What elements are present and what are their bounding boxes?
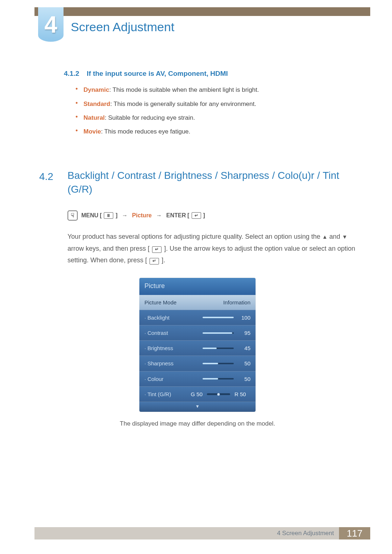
top-accent-bar (34, 7, 370, 16)
mode-desc: : This mode reduces eye fatigue. (101, 128, 190, 135)
page-footer: 4 Screen Adjustment 117 (34, 527, 370, 539)
slider (203, 348, 234, 349)
arrow-icon: → (122, 211, 128, 220)
osd-row-colour: · Colour 50 (139, 371, 256, 386)
chapter-number: 4 (44, 11, 57, 38)
osd-row-label: Brightness (147, 344, 173, 352)
mode-name: Standard (83, 100, 110, 107)
chapter-badge: 4 (38, 7, 64, 42)
list-item: Dynamic: This mode is suitable when the … (75, 85, 356, 95)
menu-label: MENU (81, 211, 98, 220)
osd-head-right: Information (223, 298, 250, 307)
subsection-heading: 4.1.2 If the input source is AV, Compone… (64, 68, 356, 79)
mode-name: Movie (83, 128, 101, 135)
osd-row-value: 50 (237, 359, 250, 368)
dot-icon: · (144, 375, 146, 383)
osd-row-brightness: · Brightness 45 (139, 340, 256, 356)
subsection-number: 4.1.2 (64, 70, 79, 77)
hand-icon: ☟ (68, 210, 78, 221)
slider (203, 363, 234, 364)
osd-row-value: 95 (237, 329, 250, 337)
osd-row-label: Backlight (147, 313, 170, 322)
osd-row-contrast: · Contrast 95 (139, 325, 256, 340)
down-triangle-icon: ▼ (342, 234, 347, 240)
footer-label: 4 Screen Adjustment (277, 530, 334, 537)
enter-icon (192, 212, 201, 219)
list-item: Movie: This mode reduces eye fatigue. (75, 127, 356, 136)
slider (203, 332, 234, 334)
bracket: ] (115, 211, 117, 220)
osd-row-label: Colour (147, 375, 163, 383)
list-item: Standard: This mode is generally suitabl… (75, 99, 356, 109)
text: ]. (162, 257, 165, 264)
enter-icon (150, 258, 159, 264)
slider (203, 317, 234, 318)
bracket: ] (203, 211, 205, 220)
osd-row-backlight: · Backlight 100 (139, 310, 256, 325)
mode-desc: : This mode is generally suitable for an… (110, 100, 256, 107)
osd-row-value: 45 (237, 344, 250, 352)
osd-row-label: Tint (G/R) (147, 390, 171, 398)
osd-picture-menu: Picture Picture Mode Information · Backl… (139, 278, 256, 412)
osd-row-label: Sharpness (147, 359, 173, 368)
text: and (329, 233, 342, 240)
major-heading: 4.2 Backlight / Contrast / Brightness / … (39, 169, 356, 196)
osd-row-value: 50 (237, 375, 250, 383)
menu-path: ☟ MENU [ ] → Picture → ENTER [ ] (68, 210, 356, 221)
text: Your product has several options for adj… (68, 233, 322, 240)
osd-row-sharpness: · Sharpness 50 (139, 356, 256, 371)
dot-icon: · (144, 344, 146, 352)
subsection-title: If the input source is AV, Component, HD… (87, 70, 228, 77)
menu-icon (104, 212, 113, 219)
osd-row-label: Contrast (147, 329, 168, 337)
major-title: Backlight / Contrast / Brightness / Shar… (68, 169, 356, 196)
mode-desc: : Suitable for reducing eye strain. (105, 114, 195, 121)
model-note: The displayed image may differ depending… (39, 419, 356, 428)
text: arrow keys, and then press [ (68, 245, 150, 252)
slider (203, 378, 234, 379)
osd-title: Picture (139, 278, 256, 295)
osd-row-tint: · Tint (G/R) G 50 R 50 (139, 386, 256, 402)
list-item: Natural: Suitable for reducing eye strai… (75, 113, 356, 123)
page-number: 117 (339, 527, 370, 539)
dot-icon: · (144, 313, 146, 322)
osd-row-value: 100 (237, 313, 250, 322)
mode-list: Dynamic: This mode is suitable when the … (75, 85, 356, 136)
mode-desc: : This mode is suitable when the ambient… (109, 86, 259, 93)
bracket: [ (100, 211, 102, 220)
dot-icon: · (144, 359, 146, 368)
enter-icon (152, 246, 162, 253)
bracket: [ (187, 211, 189, 220)
tint-slider (207, 393, 230, 395)
tint-g-value: G 50 (187, 390, 203, 398)
osd-scroll-down-icon: ▼ (139, 402, 256, 412)
mode-name: Natural (83, 114, 105, 121)
mode-name: Dynamic (83, 86, 109, 93)
up-triangle-icon: ▲ (322, 234, 327, 240)
dot-icon: · (144, 329, 146, 337)
dot-icon: · (144, 390, 146, 398)
picture-label: Picture (132, 211, 152, 220)
arrow-icon: → (156, 211, 162, 220)
tint-r-value: R 50 (234, 390, 250, 398)
osd-head-left: Picture Mode (144, 298, 176, 307)
chapter-title: Screen Adjustment (71, 20, 174, 34)
enter-label: ENTER (166, 211, 186, 220)
osd-header-row: Picture Mode Information (139, 295, 256, 309)
body-paragraph: Your product has several options for adj… (68, 231, 356, 266)
major-number: 4.2 (39, 169, 68, 196)
